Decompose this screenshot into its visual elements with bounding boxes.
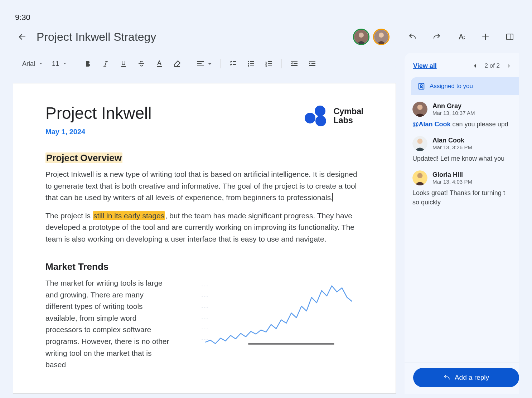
checklist-button[interactable] <box>226 56 241 71</box>
panel-icon <box>506 33 514 41</box>
svg-rect-30 <box>291 61 298 62</box>
svg-point-48 <box>417 139 423 144</box>
indent-decrease-button[interactable] <box>287 56 302 71</box>
collaborator-avatars <box>353 29 390 45</box>
align-button[interactable] <box>195 56 215 71</box>
paragraph: Project Inkwell is a new type of writing… <box>45 169 363 204</box>
collaborator-avatar[interactable] <box>353 29 369 45</box>
bold-icon <box>83 59 92 68</box>
redo-icon <box>432 33 441 41</box>
comments-panel: View all 2 of 2 Assigned to you <box>405 53 519 394</box>
svg-rect-27 <box>268 63 272 64</box>
text-cursor <box>332 193 333 202</box>
pager-prev-button[interactable] <box>470 61 480 71</box>
comments-pager: 2 of 2 <box>470 61 514 71</box>
add-reply-button[interactable]: Add a reply <box>413 368 519 387</box>
svg-point-50 <box>417 173 423 179</box>
svg-rect-11 <box>157 66 162 67</box>
assigned-label: Assigned to you <box>430 83 473 90</box>
comment-body: Updated! Let me know what you <box>412 154 512 163</box>
app-window: 9:30 Project Inkwell Strategy <box>4 4 528 394</box>
text-color-button[interactable] <box>152 56 167 71</box>
underline-button[interactable] <box>116 56 131 71</box>
strikethrough-button[interactable] <box>134 56 149 71</box>
svg-point-46 <box>417 105 423 110</box>
add-reply-label: Add a reply <box>455 374 489 382</box>
bulleted-list-button[interactable] <box>243 56 258 71</box>
section-heading-overview: Project Overview <box>45 152 363 164</box>
font-size-select[interactable]: 11 <box>49 57 70 70</box>
view-all-link[interactable]: View all <box>413 62 437 70</box>
svg-rect-33 <box>309 61 315 62</box>
company-logo: Cymbal Labs <box>303 106 363 126</box>
svg-rect-23 <box>250 65 254 66</box>
insert-button[interactable] <box>478 30 493 44</box>
logo-mark-icon <box>303 106 328 126</box>
svg-rect-15 <box>197 65 204 66</box>
svg-rect-34 <box>311 63 315 64</box>
doc-date: May 1, 2024 <box>45 128 152 136</box>
back-button[interactable] <box>15 30 29 44</box>
commenter-name: Alan Cook <box>432 137 472 144</box>
paragraph: The market for writing tools is large an… <box>45 277 173 370</box>
svg-rect-9 <box>507 34 513 40</box>
caret-down-icon <box>39 62 43 66</box>
svg-point-20 <box>248 63 249 64</box>
commenter-avatar <box>412 102 427 117</box>
text-format-button[interactable] <box>454 30 468 44</box>
chevron-right-icon <box>505 62 513 70</box>
title-actions <box>405 30 517 44</box>
comment-item[interactable]: Ann Gray Mar 13, 10:37 AM @Alan Cook can… <box>405 102 519 136</box>
svg-rect-21 <box>250 63 254 64</box>
undo-button[interactable] <box>405 30 420 44</box>
svg-rect-13 <box>197 61 204 62</box>
section-heading-market: Market Trends <box>45 261 363 272</box>
panel-toggle-button[interactable] <box>503 30 517 44</box>
text-format-icon <box>457 33 465 41</box>
comment-body: @Alan Cook can you please upd <box>412 120 512 129</box>
comment-time: Mar 13, 3:26 PM <box>432 144 472 150</box>
commenter-avatar <box>412 136 427 151</box>
undo-icon <box>408 33 417 41</box>
commenter-name: Gloria Hill <box>432 171 472 179</box>
svg-rect-32 <box>291 65 298 66</box>
pager-text: 2 of 2 <box>484 62 500 69</box>
svg-point-2 <box>359 33 364 38</box>
svg-rect-29 <box>268 65 272 66</box>
svg-rect-6 <box>464 37 465 37</box>
svg-point-18 <box>248 61 249 62</box>
assigned-banner[interactable]: Assigned to you <box>411 77 519 95</box>
svg-rect-19 <box>250 61 254 62</box>
caret-down-icon <box>63 62 67 66</box>
collaborator-avatar[interactable] <box>373 29 390 45</box>
comment-time: Mar 13, 4:03 PM <box>432 179 472 185</box>
comment-item[interactable]: Gloria Hill Mar 13, 4:03 PM Looks great!… <box>405 170 519 214</box>
mention[interactable]: @Alan Cook <box>412 121 451 128</box>
document-title[interactable]: Project Inkwell Strategy <box>37 30 156 44</box>
chart <box>183 277 363 359</box>
checklist-icon <box>229 59 237 68</box>
document-page[interactable]: Project Inkwell May 1, 2024 Cymbal Labs … <box>13 83 396 394</box>
pager-next-button[interactable] <box>504 61 514 71</box>
numbered-list-icon: 123 <box>265 59 273 68</box>
logo-text-line1: Cymbal <box>333 107 363 116</box>
bold-button[interactable] <box>80 56 95 71</box>
svg-rect-31 <box>294 63 298 64</box>
numbered-list-button[interactable]: 123 <box>261 56 276 71</box>
font-family-value: Arial <box>22 60 35 68</box>
comment-body: Looks great! Thanks for turning t so qui… <box>412 188 512 207</box>
svg-rect-16 <box>233 61 236 62</box>
font-family-select[interactable]: Arial <box>21 57 47 70</box>
svg-rect-5 <box>464 38 465 39</box>
indent-increase-icon <box>308 59 316 68</box>
highlight-button[interactable] <box>170 56 185 71</box>
doc-heading: Project Inkwell <box>45 103 152 123</box>
svg-text:3: 3 <box>265 64 267 68</box>
highlighted-text: still in its early stages <box>93 211 165 220</box>
paragraph: The project is still in its early stages… <box>45 210 363 245</box>
arrow-left-icon <box>18 33 26 41</box>
comment-item[interactable]: Alan Cook Mar 13, 3:26 PM Updated! Let m… <box>405 136 519 170</box>
redo-button[interactable] <box>430 30 444 44</box>
italic-button[interactable] <box>98 56 113 71</box>
indent-increase-button[interactable] <box>305 56 320 71</box>
